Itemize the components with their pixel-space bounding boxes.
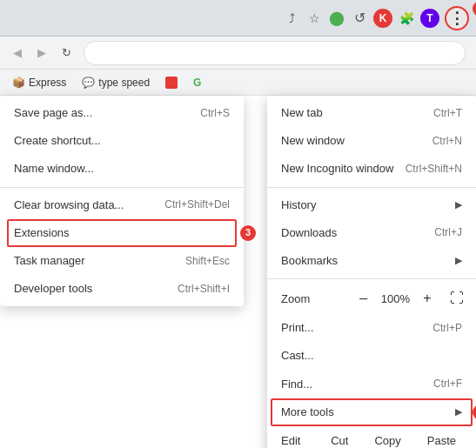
clear-data-shortcut: Ctrl+Shift+Del xyxy=(164,197,230,212)
separator-1 xyxy=(267,187,476,188)
refresh-icon[interactable]: ↺ xyxy=(351,10,368,27)
save-page-shortcut: Ctrl+S xyxy=(200,106,230,121)
forward-btn[interactable]: ▶ xyxy=(31,43,52,64)
new-incognito-label: New Incognito window xyxy=(281,161,406,177)
copy-btn[interactable]: Copy xyxy=(361,430,413,448)
new-tab-label: New tab xyxy=(281,105,433,121)
more-tools-arrow: ▶ xyxy=(455,405,462,418)
fullscreen-btn[interactable]: ⛶ xyxy=(445,286,469,311)
browser-top: ⤴ ☆ ⬤ ↺ K 🧩 T ⋮ 1 xyxy=(0,0,476,37)
clear-data-label: Clear browsing data... xyxy=(14,197,164,213)
bookmark-typespeed[interactable]: 💬 type speed xyxy=(77,75,155,90)
downloads-item[interactable]: Downloads Ctrl+J xyxy=(267,219,476,247)
bookmark-express[interactable]: 📦 Express xyxy=(7,75,71,90)
create-shortcut-label: Create shortcut... xyxy=(14,133,230,149)
typespeed-label: type speed xyxy=(98,77,150,89)
sub-separator1 xyxy=(0,187,244,188)
history-item[interactable]: History ▶ xyxy=(267,191,476,219)
find-label: Find... xyxy=(281,377,433,392)
step3-label: 3 xyxy=(240,225,256,241)
more-tools-item[interactable]: More tools ▶ 2 xyxy=(267,398,476,426)
bookmarks-bar: 📦 Express 💬 type speed G xyxy=(0,70,476,96)
reload-btn[interactable]: ↻ xyxy=(56,43,77,64)
new-window-label: New window xyxy=(281,133,432,149)
new-incognito-item[interactable]: New Incognito window Ctrl+Shift+N xyxy=(267,155,476,183)
bookmarks-label: Bookmarks xyxy=(281,253,455,269)
name-window-label: Name window... xyxy=(14,161,230,177)
zoom-minus-btn[interactable]: – xyxy=(352,286,376,311)
tab-icons: ⤴ ☆ ⬤ ↺ K 🧩 T ⋮ 1 xyxy=(283,6,469,30)
star-icon[interactable]: ☆ xyxy=(305,10,323,27)
find-item[interactable]: Find... Ctrl+F xyxy=(267,371,476,398)
edit-label: Edit xyxy=(274,434,318,447)
back-btn[interactable]: ◀ xyxy=(7,43,28,64)
main-dropdown-menu: New tab Ctrl+T New window Ctrl+N New Inc… xyxy=(267,96,476,448)
create-shortcut-item[interactable]: Create shortcut... xyxy=(0,127,244,155)
cut-btn[interactable]: Cut xyxy=(318,430,361,448)
content-area: Save page as... Ctrl+S Create shortcut..… xyxy=(0,96,476,448)
name-window-item[interactable]: Name window... xyxy=(0,155,244,183)
bookmark-g[interactable]: G xyxy=(188,75,206,90)
developer-tools-item[interactable]: Developer tools Ctrl+Shift+I xyxy=(0,275,244,303)
task-manager-item[interactable]: Task manager Shift+Esc xyxy=(0,247,244,275)
share-icon[interactable]: ⤴ xyxy=(283,10,300,27)
step1-label: 1 xyxy=(473,1,476,17)
chrome-icon: ⬤ xyxy=(328,10,345,27)
edit-row: Edit Cut Copy Paste xyxy=(267,426,476,448)
zoom-row: Zoom – 100% + ⛶ xyxy=(267,283,476,314)
print-label: Print... xyxy=(281,320,432,336)
bookmark-colored[interactable] xyxy=(160,75,183,90)
extensions-icon[interactable]: 🧩 xyxy=(398,10,415,27)
extensions-item[interactable]: Extensions 3 xyxy=(0,219,244,247)
print-item[interactable]: Print... Ctrl+P xyxy=(267,314,476,342)
zoom-plus-btn[interactable]: + xyxy=(415,286,439,311)
paste-btn[interactable]: Paste xyxy=(414,430,469,448)
cast-label: Cast... xyxy=(281,348,462,364)
omnibox[interactable] xyxy=(84,41,466,65)
zoom-label: Zoom xyxy=(274,292,350,305)
new-window-shortcut: Ctrl+N xyxy=(432,134,462,149)
express-icon: 📦 xyxy=(12,77,25,89)
save-page-item[interactable]: Save page as... Ctrl+S xyxy=(0,99,244,127)
history-arrow: ▶ xyxy=(455,198,462,211)
three-dot-menu-button[interactable]: ⋮ 1 xyxy=(445,6,469,30)
new-tab-shortcut: Ctrl+T xyxy=(433,106,462,121)
new-window-item[interactable]: New window Ctrl+N xyxy=(267,127,476,155)
task-manager-shortcut: Shift+Esc xyxy=(185,254,230,269)
new-incognito-shortcut: Ctrl+Shift+N xyxy=(406,162,462,177)
profile-t-icon[interactable]: T xyxy=(420,9,439,28)
tab-bar: ⤴ ☆ ⬤ ↺ K 🧩 T ⋮ 1 xyxy=(7,6,469,30)
task-manager-label: Task manager xyxy=(14,253,185,269)
bookmarks-arrow: ▶ xyxy=(455,254,462,267)
more-tools-submenu: Save page as... Ctrl+S Create shortcut..… xyxy=(0,96,244,306)
profile-k-icon[interactable]: K xyxy=(373,9,392,28)
cast-item[interactable]: Cast... xyxy=(267,342,476,370)
new-tab-item[interactable]: New tab Ctrl+T xyxy=(267,99,476,127)
typespeed-icon: 💬 xyxy=(82,77,95,89)
downloads-shortcut: Ctrl+J xyxy=(434,225,462,240)
developer-tools-shortcut: Ctrl+Shift+I xyxy=(178,282,230,297)
zoom-value: 100% xyxy=(378,292,413,305)
developer-tools-label: Developer tools xyxy=(14,281,178,297)
find-shortcut: Ctrl+F xyxy=(433,377,462,391)
history-label: History xyxy=(281,197,455,213)
more-tools-label: More tools xyxy=(281,405,455,420)
express-label: Express xyxy=(29,77,66,89)
step2-label: 2 xyxy=(473,405,476,420)
separator-2 xyxy=(267,278,476,279)
bookmarks-item[interactable]: Bookmarks ▶ xyxy=(267,247,476,275)
clear-data-item[interactable]: Clear browsing data... Ctrl+Shift+Del xyxy=(0,191,244,219)
extensions-label: Extensions xyxy=(14,225,230,241)
downloads-label: Downloads xyxy=(281,225,434,241)
toolbar: ◀ ▶ ↻ xyxy=(0,37,476,70)
print-shortcut: Ctrl+P xyxy=(432,321,462,336)
save-page-label: Save page as... xyxy=(14,105,200,121)
